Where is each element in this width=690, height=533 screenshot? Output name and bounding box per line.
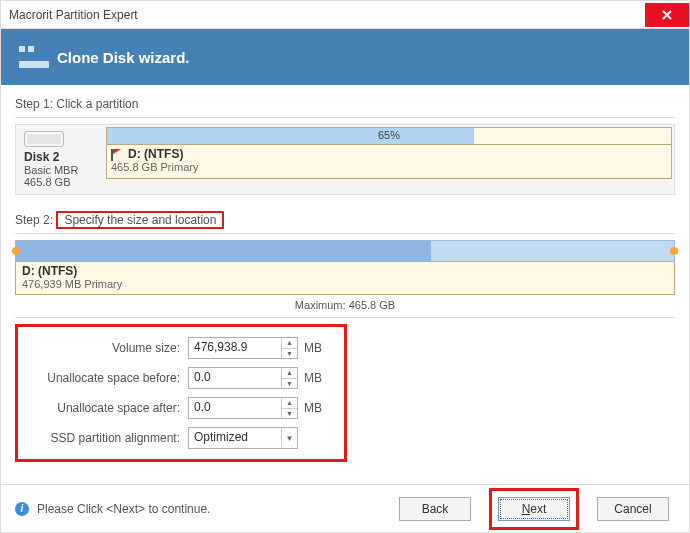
back-button[interactable]: Back [399,497,471,521]
target-partition-detail: 476,939 MB Primary [22,278,668,290]
target-partition-row: D: (NTFS) 476,939 MB Primary [15,262,675,295]
volume-size-input[interactable]: 476,938.9 ▲▼ [188,337,298,359]
disk-name: Disk 2 [24,150,100,164]
title-bar: Macrorit Partition Expert [1,1,689,29]
target-partition-name: D: (NTFS) [22,264,668,278]
disk-size: 465.8 GB [24,176,100,188]
space-after-label: Unallocate space after: [18,401,188,415]
close-icon [661,9,673,21]
info-icon: i [15,502,29,516]
clone-disk-icon [19,46,49,68]
size-slider[interactable] [15,240,675,262]
window-title: Macrorit Partition Expert [1,8,645,22]
spin-up-icon[interactable]: ▲ [281,398,297,409]
partition-usage-bar[interactable]: 65% [106,127,672,145]
step2-label: Step 2: Specify the size and location [15,211,675,234]
partition-detail: 465.8 GB Primary [111,161,198,173]
spin-down-icon[interactable]: ▼ [281,379,297,389]
step1-label: Step 1: Click a partition [15,95,675,118]
step2-highlight: Specify the size and location [56,211,224,229]
usage-percent: 65% [107,129,671,141]
space-after-input[interactable]: 0.0 ▲▼ [188,397,298,419]
spin-down-icon[interactable]: ▼ [281,409,297,419]
partition-row[interactable]: D: (NTFS) 465.8 GB Primary [106,145,672,179]
disk-info[interactable]: Disk 2 Basic MBR 465.8 GB [18,127,106,192]
disk-type: Basic MBR [24,164,100,176]
spin-down-icon[interactable]: ▼ [281,349,297,359]
partition-name: D: (NTFS) [128,147,183,161]
flag-icon [111,149,123,159]
footer-message: Please Click <Next> to continue. [37,502,399,516]
next-highlight: Next [489,488,579,530]
volume-size-label: Volume size: [18,341,188,355]
wizard-banner: Clone Disk wizard. [1,29,689,85]
cancel-button[interactable]: Cancel [597,497,669,521]
maximum-label: Maximum: 465.8 GB [15,295,675,318]
wizard-footer: i Please Click <Next> to continue. Back … [1,484,689,532]
space-before-label: Unallocate space before: [18,371,188,385]
alignment-select[interactable]: Optimized ▼ [188,427,298,449]
step1-disk-panel: Disk 2 Basic MBR 465.8 GB 65% D: (NTFS) … [15,124,675,195]
size-form: Volume size: 476,938.9 ▲▼ MB Unallocate … [15,324,347,462]
close-button[interactable] [645,3,689,27]
chevron-down-icon: ▼ [281,428,297,448]
spin-up-icon[interactable]: ▲ [281,368,297,379]
slider-handle-left[interactable] [12,247,20,255]
wizard-title: Clone Disk wizard. [57,49,190,66]
next-button[interactable]: Next [498,497,570,521]
disk-icon [24,131,64,147]
alignment-label: SSD partition alignment: [18,431,188,445]
spin-up-icon[interactable]: ▲ [281,338,297,349]
space-before-input[interactable]: 0.0 ▲▼ [188,367,298,389]
slider-handle-right[interactable] [670,247,678,255]
